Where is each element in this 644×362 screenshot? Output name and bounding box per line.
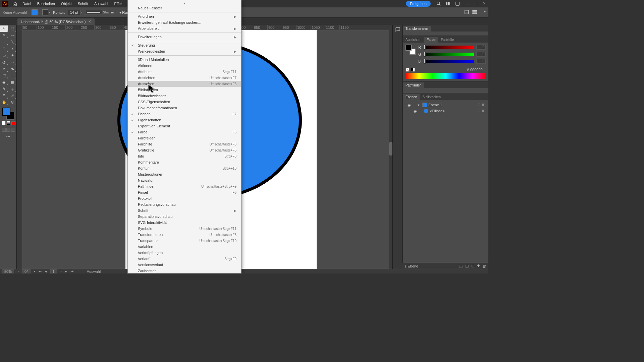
menu-item[interactable]: Reduzierungsvorschau bbox=[128, 201, 241, 207]
workspace-switcher-icon[interactable] bbox=[454, 0, 461, 7]
delete-layer-icon[interactable]: 🗑 bbox=[483, 264, 486, 268]
menu-item[interactable]: Erweiterungen▶ bbox=[128, 34, 241, 40]
rotate-field[interactable]: 0° bbox=[22, 269, 31, 274]
menu-item[interactable]: Musteroptionen bbox=[128, 171, 241, 177]
menu-datei[interactable]: Datei bbox=[19, 0, 34, 7]
tab-farbe[interactable]: Farbe bbox=[424, 37, 438, 43]
tool-2[interactable]: ✎ bbox=[0, 32, 8, 39]
hex-field[interactable]: #000000 bbox=[467, 68, 486, 72]
menu-item[interactable]: Verknüpfungen bbox=[128, 250, 241, 256]
menu-item[interactable]: AttributeStrg+F11 bbox=[128, 69, 241, 75]
tab-ausrichten[interactable]: Ausrichten bbox=[403, 37, 424, 43]
fill-color-box[interactable] bbox=[2, 108, 10, 116]
arrange-docs-icon[interactable] bbox=[444, 0, 452, 7]
make-clipping-mask-icon[interactable]: ◫ bbox=[465, 264, 469, 268]
menu-item[interactable]: VerlaufStrg+F9 bbox=[128, 256, 241, 262]
menu-auswahl[interactable]: Auswahl bbox=[91, 0, 111, 7]
new-layer-icon[interactable]: ✚ bbox=[477, 264, 480, 268]
menu-item[interactable]: ✓Eigenschaften bbox=[128, 117, 241, 123]
spectrum-ramp[interactable] bbox=[406, 73, 486, 79]
tool-3[interactable]: 〰 bbox=[8, 32, 16, 39]
scroll-up-icon[interactable]: ▲ bbox=[128, 2, 241, 5]
menu-item[interactable]: Variablen bbox=[128, 244, 241, 250]
toolbox-more-icon[interactable]: ••• bbox=[0, 134, 16, 138]
tool-15[interactable]: ⌗ bbox=[8, 72, 16, 79]
menu-item[interactable]: SVG-Interaktivität bbox=[128, 220, 241, 226]
menu-item[interactable]: 3D und Materialien bbox=[128, 57, 241, 63]
bw-swatch-icon[interactable] bbox=[411, 68, 415, 72]
menu-item[interactable]: Bibliotheken bbox=[128, 87, 241, 93]
artboard-number-field[interactable]: 1 bbox=[50, 269, 57, 274]
menu-item[interactable]: Farbfelder bbox=[128, 135, 241, 141]
tool-23[interactable]: ⚲ bbox=[8, 99, 16, 106]
menu-bearbeiten[interactable]: Bearbeiten bbox=[34, 0, 58, 7]
home-icon[interactable] bbox=[11, 0, 18, 7]
draw-mode-swatches[interactable] bbox=[2, 128, 15, 132]
menu-item[interactable]: Versionsverlauf bbox=[128, 262, 241, 268]
tool-21[interactable]: ⤢ bbox=[8, 93, 16, 99]
fill-stroke-indicator[interactable] bbox=[2, 108, 14, 120]
menu-item[interactable]: SymboleUmschalttaste+Strg+F11 bbox=[128, 226, 241, 232]
tool-10[interactable]: ◔ bbox=[0, 59, 8, 65]
menu-item[interactable]: Anordnen▶ bbox=[128, 13, 241, 19]
tool-22[interactable]: ✋ bbox=[0, 99, 8, 106]
layer-row[interactable]: ◉ <Ellipse> bbox=[406, 108, 486, 114]
menu-item[interactable]: AussehenUmschalttaste+F6 bbox=[128, 81, 241, 87]
stroke-profile[interactable]: Gleichm.▾ bbox=[85, 10, 117, 15]
menu-item[interactable]: Werkzeugleisten▶ bbox=[128, 48, 241, 54]
menu-item[interactable]: Bildnachzeichner bbox=[128, 93, 241, 99]
menu-item[interactable]: Neues Fenster bbox=[128, 5, 241, 11]
new-sublayer-icon[interactable]: ⊞ bbox=[471, 264, 474, 268]
menu-item[interactable]: Dokumentinformationen bbox=[128, 105, 241, 111]
tool-4[interactable]: | bbox=[0, 39, 8, 45]
share-button[interactable]: Freigeben bbox=[406, 1, 431, 7]
tool-5[interactable]: ╲ bbox=[8, 39, 16, 45]
tool-1[interactable]: ⬚ bbox=[8, 25, 16, 32]
menu-item[interactable]: TransparenzUmschalttaste+Strg+F10 bbox=[128, 238, 241, 244]
menu-item[interactable]: Erweiterungen auf Exchange suchen... bbox=[128, 19, 241, 25]
document-tab[interactable]: Unbenannt-1* @ 50 % (RGB/Vorschau) ✕ bbox=[17, 18, 95, 25]
menu-item[interactable]: ✓Steuerung bbox=[128, 42, 241, 48]
locate-object-icon[interactable]: ⬚ bbox=[459, 264, 463, 268]
menu-item[interactable]: InfoStrg+F8 bbox=[128, 153, 241, 159]
menu-item[interactable]: Arbeitsbereich▶ bbox=[128, 25, 241, 32]
expand-icon[interactable]: ▾ bbox=[418, 103, 421, 107]
tool-6[interactable]: T bbox=[0, 46, 8, 52]
menu-item[interactable]: Kommentare bbox=[128, 159, 241, 165]
menu-item[interactable]: KonturStrg+F10 bbox=[128, 165, 241, 171]
color-mode-swatches[interactable] bbox=[2, 121, 15, 125]
tool-7[interactable]: / bbox=[8, 46, 16, 52]
menu-item[interactable]: GrafikstileUmschalttaste+F5 bbox=[128, 147, 241, 153]
tab-bibliotheken[interactable]: Bibliotheken bbox=[420, 94, 443, 100]
tool-0[interactable]: ↖ bbox=[0, 25, 8, 32]
target-icon[interactable] bbox=[478, 104, 480, 106]
slider-b[interactable]: B0 bbox=[418, 59, 486, 64]
settings-icon[interactable] bbox=[472, 9, 477, 15]
menu-item[interactable]: Separationsvorschau bbox=[128, 214, 241, 220]
tab-pathfinder[interactable]: Pathfinder bbox=[403, 82, 424, 88]
menu-item[interactable]: TransformierenUmschalttaste+F8 bbox=[128, 232, 241, 238]
target-icon[interactable] bbox=[478, 110, 480, 112]
artboard-next2-icon[interactable]: ⇥ bbox=[70, 269, 73, 274]
menu-item[interactable]: ✓FarbeF6 bbox=[128, 129, 241, 135]
artboard-prev2-icon[interactable]: ◂ bbox=[45, 269, 47, 274]
menu-item[interactable]: Export von Element bbox=[128, 123, 241, 129]
tool-12[interactable]: ✂ bbox=[0, 66, 8, 72]
menu-item[interactable]: CSS-Eigenschaften bbox=[128, 99, 241, 105]
search-icon[interactable] bbox=[435, 0, 442, 7]
menu-item[interactable]: ✓EbenenF7 bbox=[128, 111, 241, 117]
stroke-weight-field[interactable]: 14 pt▾ bbox=[68, 10, 83, 15]
stroke-swatch[interactable]: ▾ bbox=[42, 9, 50, 15]
tool-13[interactable]: ⟲ bbox=[8, 66, 16, 72]
tool-8[interactable]: ▭ bbox=[0, 52, 8, 59]
tool-9[interactable]: ✦ bbox=[8, 52, 16, 59]
tab-ebenen[interactable]: Ebenen bbox=[403, 94, 420, 100]
layer-name[interactable]: Ebene 1 bbox=[428, 103, 476, 107]
close-tab-icon[interactable]: ✕ bbox=[88, 19, 91, 24]
menu-item[interactable]: AusrichtenUmschalttaste+F7 bbox=[128, 75, 241, 81]
none-swatch-icon[interactable] bbox=[406, 68, 410, 72]
zoom-field[interactable]: 50% bbox=[2, 269, 14, 274]
sublayer-name[interactable]: <Ellipse> bbox=[430, 109, 476, 113]
visibility-icon[interactable]: ◉ bbox=[407, 103, 412, 107]
menu-item[interactable]: FarbhilfeUmschalttaste+F3 bbox=[128, 141, 241, 147]
